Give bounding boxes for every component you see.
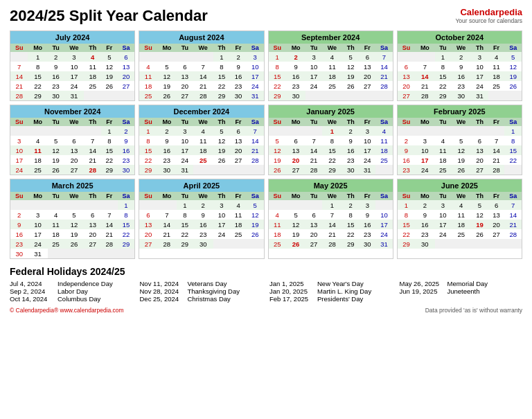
calendar-day: 10 bbox=[375, 210, 393, 220]
calendar-day: 29 bbox=[101, 165, 118, 175]
calendar-day: 4 bbox=[375, 126, 393, 136]
calendar-day: 1 bbox=[101, 126, 118, 136]
weekday-header: Th bbox=[471, 44, 488, 52]
calendar-day: 28 bbox=[504, 229, 522, 239]
calendar-day: 16 bbox=[118, 145, 135, 155]
calendar-day: 29 bbox=[342, 239, 360, 249]
cal-table-august: SuMoTuWeThFrSa12345678910111213141516171… bbox=[139, 44, 263, 100]
calendar-day: 14 bbox=[247, 136, 264, 145]
calendar-december: December 2024SuMoTuWeThFrSa1234567891011… bbox=[139, 105, 264, 175]
calendar-day: 29 bbox=[177, 239, 193, 249]
calendar-day: 14 bbox=[375, 62, 393, 71]
calendar-day bbox=[269, 126, 286, 136]
calendar-day: 18 bbox=[84, 71, 101, 81]
calendar-day bbox=[286, 126, 305, 136]
calendar-day: 19 bbox=[247, 220, 264, 229]
calendar-day: 1 bbox=[322, 200, 342, 210]
calendar-day: 30 bbox=[451, 91, 471, 100]
calendar-october: October 2024SuMoTuWeThFrSa12345678910111… bbox=[397, 30, 522, 101]
calendar-day: 16 bbox=[286, 71, 305, 81]
calendar-day: 26 bbox=[157, 91, 177, 100]
calendar-day bbox=[375, 200, 393, 210]
calendar-day: 18 bbox=[193, 145, 213, 155]
calendar-day: 10 bbox=[435, 210, 452, 220]
calendar-day: 25 bbox=[84, 81, 101, 91]
calendar-day: 5 bbox=[451, 136, 471, 145]
weekday-header: Mo bbox=[28, 192, 47, 200]
calendar-day: 7 bbox=[322, 210, 342, 220]
weekday-header: Th bbox=[471, 192, 488, 200]
weekday-header: Mo bbox=[28, 118, 47, 126]
calendar-day: 25 bbox=[193, 155, 213, 165]
calendar-day bbox=[488, 239, 505, 249]
weekday-header: Tu bbox=[305, 118, 322, 126]
calendar-day: 8 bbox=[28, 62, 47, 71]
calendar-day: 22 bbox=[28, 81, 47, 91]
weekday-header: Fr bbox=[101, 44, 118, 52]
calendar-june: June 2025SuMoTuWeThFrSa12345678910111213… bbox=[397, 179, 522, 259]
calendar-day bbox=[342, 91, 360, 100]
calendar-day: 3 bbox=[213, 200, 231, 210]
calendar-day bbox=[84, 249, 101, 258]
weekday-header: Fr bbox=[488, 192, 505, 200]
calendar-day: 7 bbox=[504, 200, 522, 210]
calendar-day: 30 bbox=[157, 165, 177, 175]
calendar-day bbox=[488, 126, 505, 136]
weekday-header: Fr bbox=[230, 44, 247, 52]
calendar-day: 26 bbox=[64, 239, 84, 249]
calendar-day: 13 bbox=[84, 220, 101, 229]
calendar-day: 13 bbox=[139, 220, 157, 229]
holiday-date: Dec 25, 2024 bbox=[140, 295, 185, 303]
holiday-name: Martin L. King Day bbox=[317, 287, 371, 295]
calendar-day bbox=[193, 165, 213, 175]
calendar-day: 15 bbox=[213, 71, 231, 81]
weekday-header: Sa bbox=[504, 192, 522, 200]
weekday-header: We bbox=[322, 118, 342, 126]
weekday-header: Th bbox=[342, 192, 360, 200]
weekday-header: Su bbox=[10, 118, 28, 126]
calendar-day bbox=[101, 91, 118, 100]
weekday-header: Sa bbox=[375, 118, 393, 126]
calendar-day bbox=[415, 126, 434, 136]
weekday-header: Su bbox=[10, 44, 28, 52]
month-header-june: June 2025 bbox=[398, 179, 522, 192]
cal-table-april: SuMoTuWeThFrSa12345678910111213141516171… bbox=[139, 192, 263, 249]
calendar-day: 4 bbox=[28, 136, 47, 145]
calendar-day: 22 bbox=[269, 81, 286, 91]
calendar-day: 9 bbox=[157, 136, 177, 145]
calendar-day: 16 bbox=[342, 145, 360, 155]
calendar-day: 26 bbox=[471, 229, 488, 239]
calendar-day: 28 bbox=[305, 165, 322, 175]
calendar-day: 26 bbox=[247, 229, 264, 239]
calendar-day: 11 bbox=[322, 62, 342, 71]
calendar-day: 17 bbox=[435, 220, 452, 229]
calendar-day: 10 bbox=[10, 145, 28, 155]
calendar-day: 6 bbox=[398, 62, 415, 71]
weekday-header: Sa bbox=[247, 44, 264, 52]
calendar-day: 19 bbox=[342, 71, 360, 81]
calendar-day: 7 bbox=[375, 52, 393, 62]
calendar-day: 15 bbox=[177, 220, 193, 229]
calendar-day: 23 bbox=[286, 81, 305, 91]
calendar-day: 12 bbox=[342, 62, 360, 71]
calendar-day: 25 bbox=[139, 91, 157, 100]
calendar-day: 5 bbox=[48, 136, 64, 145]
calendar-day: 5 bbox=[504, 52, 522, 62]
calendar-day: 15 bbox=[398, 220, 415, 229]
weekday-header: Mo bbox=[415, 192, 434, 200]
calendar-day: 31 bbox=[375, 239, 393, 249]
holiday-name: New Year's Day bbox=[317, 280, 364, 287]
holiday-name: Veterans Day bbox=[188, 280, 227, 287]
calendar-day bbox=[118, 91, 135, 100]
cal-table-november: SuMoTuWeThFrSa12345678910111213141516171… bbox=[10, 118, 134, 175]
calendar-day: 26 bbox=[286, 239, 305, 249]
holiday-item: Nov 11, 2024Veterans Day bbox=[140, 280, 263, 287]
calendar-day: 17 bbox=[471, 71, 488, 81]
calendar-day: 18 bbox=[28, 155, 47, 165]
calendar-day bbox=[230, 165, 247, 175]
calendar-day: 16 bbox=[359, 220, 375, 229]
calendar-day: 26 bbox=[269, 165, 286, 175]
calendar-day: 16 bbox=[10, 229, 28, 239]
weekday-header: Th bbox=[84, 118, 101, 126]
weekday-header: Fr bbox=[101, 118, 118, 126]
